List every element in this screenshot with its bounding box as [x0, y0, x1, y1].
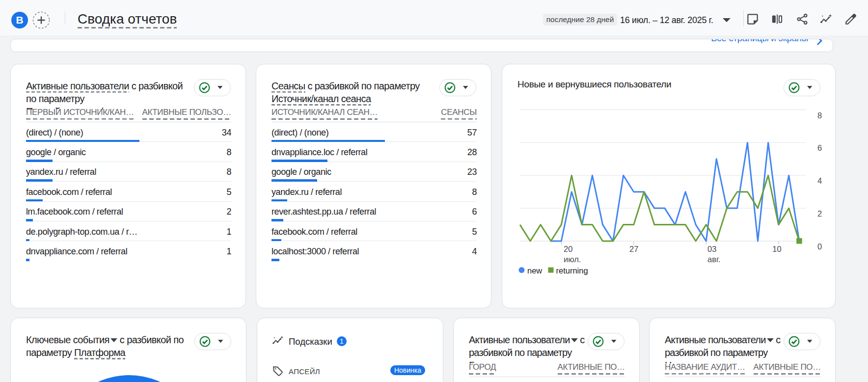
svg-text:8: 8 [817, 111, 822, 120]
svg-text:03: 03 [707, 245, 716, 253]
svg-text:0: 0 [817, 242, 822, 251]
svg-text:returning: returning [556, 266, 588, 275]
svg-text:10: 10 [772, 245, 781, 253]
svg-text:авг.: авг. [707, 255, 721, 264]
svg-text:27: 27 [629, 245, 638, 253]
svg-text:20: 20 [564, 245, 572, 253]
svg-text:6: 6 [817, 143, 822, 152]
svg-text:июл.: июл. [564, 255, 581, 264]
svg-text:4: 4 [817, 176, 822, 185]
svg-text:2: 2 [817, 209, 822, 218]
svg-text:new: new [527, 266, 542, 275]
